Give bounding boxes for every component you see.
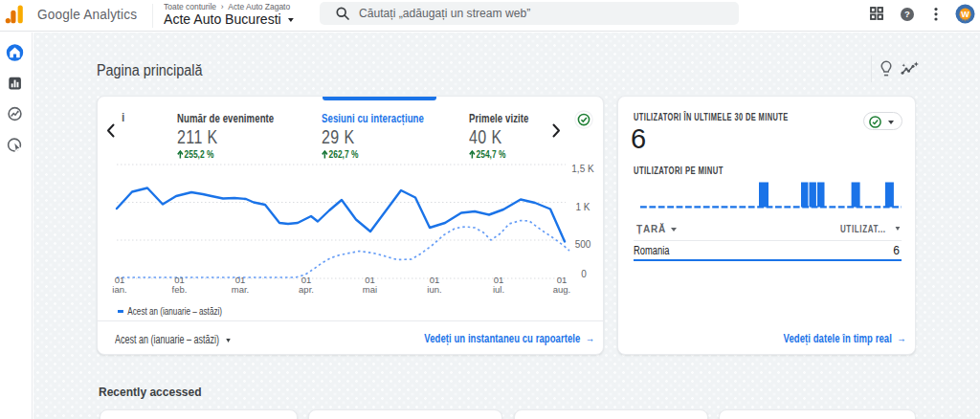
svg-text:?: ? <box>904 9 910 19</box>
svg-text:aug.: aug. <box>553 284 571 295</box>
svg-text:mar.: mar. <box>232 284 249 295</box>
svg-text:ian.: ian. <box>112 284 126 295</box>
svg-text:1 K: 1 K <box>575 202 590 212</box>
svg-text:mai: mai <box>363 284 377 295</box>
svg-text:500: 500 <box>575 239 591 250</box>
svg-text:0: 0 <box>581 269 587 279</box>
svg-text:feb.: feb. <box>172 284 188 295</box>
svg-text:1,5 K: 1,5 K <box>571 164 594 174</box>
svg-text:iun.: iun. <box>427 284 441 295</box>
svg-text:W: W <box>961 10 969 19</box>
svg-text:iul.: iul. <box>493 284 504 295</box>
svg-text:apr.: apr. <box>299 284 314 295</box>
